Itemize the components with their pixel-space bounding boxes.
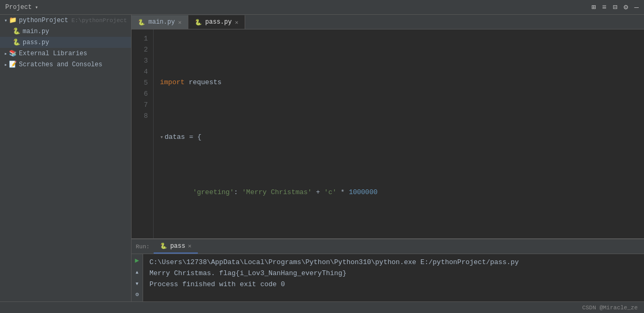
dropdown-icon[interactable]: ▾: [35, 4, 38, 11]
kw-import: import: [160, 77, 185, 88]
align-right-icon[interactable]: ⊟: [613, 3, 617, 12]
chevron-right-icon2: ▸: [4, 62, 7, 68]
tab-passpy[interactable]: 🐍 pass.py ✕: [188, 15, 245, 29]
sidebar-label-passpy: pass.py: [23, 39, 49, 46]
console-process-line: Process finished with exit code 0: [149, 279, 638, 290]
run-label: Run:: [132, 244, 154, 250]
line-num-3: 3: [132, 56, 153, 67]
num-1000000: 1000000: [349, 187, 378, 198]
sidebar-item-scratches[interactable]: ▸ 📝 Scratches and Consoles: [0, 59, 131, 70]
sidebar-item-mainpy[interactable]: 🐍 main.py: [0, 26, 131, 37]
bottom-content: ▶ ▴ ▾ ⚙ ↩ C:\Users\12738\AppData\Local\P…: [132, 254, 644, 301]
fold-marker-2: ▾: [160, 133, 164, 143]
title-bar: Project ▾ ⊞ ≡ ⊟ ⚙ —: [0, 0, 644, 15]
line-num-6: 6: [132, 89, 153, 100]
tab-passpy-icon: 🐍: [195, 19, 202, 26]
file-py-green-icon: 🐍: [13, 38, 21, 46]
scratch-icon: 📝: [9, 60, 17, 68]
title-bar-left: Project ▾: [5, 4, 38, 11]
tab-mainpy-label: main.py: [148, 18, 175, 26]
line-num-1: 1: [132, 34, 153, 45]
grid-icon[interactable]: ⊞: [591, 3, 596, 12]
sidebar-item-pythonproject[interactable]: ▾ 📁 pythonProject E:\pythonProject: [0, 15, 131, 26]
tab-passpy-label: pass.py: [205, 18, 232, 26]
bottom-tab-bar: Run: 🐍 pass ✕: [132, 239, 644, 254]
line-numbers: 1 2 3 4 5 6 7 8: [132, 29, 154, 238]
console-output: C:\Users\12738\AppData\Local\Programs\Py…: [143, 254, 644, 301]
str-merry: 'Merry Christmas': [242, 187, 312, 198]
folder-icon: 📁: [9, 16, 17, 24]
chevron-down-icon: ▾: [4, 17, 7, 24]
settings-button[interactable]: ⚙: [133, 291, 142, 298]
var-requests: requests: [189, 77, 222, 88]
code-line-1: import requests: [160, 77, 638, 88]
line-num-5: 5: [132, 78, 153, 89]
str-c: 'c': [324, 187, 336, 198]
align-left-icon[interactable]: ≡: [602, 3, 606, 12]
watermark: CSDN @Miracle_ze: [582, 305, 638, 311]
line-num-7: 7: [132, 100, 153, 111]
scroll-down-button[interactable]: ▾: [133, 279, 142, 288]
tab-bar: 🐍 main.py ✕ 🐍 pass.py ✕: [132, 15, 644, 29]
main-area: ▾ 📁 pythonProject E:\pythonProject 🐍 mai…: [0, 15, 644, 301]
sidebar-item-external-libraries[interactable]: ▸ 📚 External Libraries: [0, 48, 131, 59]
sidebar-item-passpy[interactable]: 🐍 pass.py: [0, 37, 131, 48]
bottom-tab-pass[interactable]: 🐍 pass ✕: [154, 240, 197, 254]
sidebar-label-scratches: Scratches and Consoles: [19, 61, 102, 68]
bottom-tab-pass-close[interactable]: ✕: [188, 243, 192, 249]
code-line-2: ▾datas = {: [160, 132, 638, 143]
run-button[interactable]: ▶: [133, 256, 142, 265]
var-datas: datas: [165, 132, 185, 143]
sidebar: ▾ 📁 pythonProject E:\pythonProject 🐍 mai…: [0, 15, 132, 301]
chevron-right-icon: ▸: [4, 51, 7, 57]
bottom-panel: Run: 🐍 pass ✕ ▶ ▴ ▾ ⚙ ↩ C:\Users: [132, 238, 644, 301]
editor-area: 🐍 main.py ✕ 🐍 pass.py ✕ 1 2 3 4 5 6 7 8: [132, 15, 644, 301]
title-bar-right: ⊞ ≡ ⊟ ⚙ —: [591, 3, 639, 12]
console-result-line: Merry Christmas. flag{i_Lov3_NanHang_eve…: [149, 268, 638, 279]
minimize-icon[interactable]: —: [635, 3, 639, 12]
project-label[interactable]: Project: [5, 4, 32, 11]
str-greeting: 'greeting': [193, 187, 234, 198]
bottom-tab-pass-icon: 🐍: [160, 243, 167, 249]
sidebar-label-mainpy: main.py: [23, 28, 49, 35]
tab-mainpy-icon: 🐍: [138, 19, 145, 26]
tab-passpy-close[interactable]: ✕: [235, 19, 238, 26]
tab-mainpy-close[interactable]: ✕: [178, 19, 182, 26]
sidebar-label-external: External Libraries: [19, 50, 87, 57]
code-editor[interactable]: 1 2 3 4 5 6 7 8 import requests ▾datas =…: [132, 29, 644, 238]
project-name: pythonProject: [19, 17, 68, 24]
file-py-icon: 🐍: [13, 27, 21, 35]
status-bar: CSDN @Miracle_ze: [0, 301, 644, 313]
line-num-2: 2: [132, 45, 153, 56]
code-content[interactable]: import requests ▾datas = { 'greeting': '…: [154, 29, 644, 238]
scroll-up-button[interactable]: ▴: [133, 268, 142, 276]
gear-icon[interactable]: ⚙: [623, 3, 628, 12]
bottom-tab-pass-label: pass: [170, 243, 185, 250]
line-num-4: 4: [132, 67, 153, 78]
console-cmd-line: C:\Users\12738\AppData\Local\Programs\Py…: [149, 257, 638, 268]
code-line-3: 'greeting': 'Merry Christmas' + 'c' * 10…: [160, 187, 638, 198]
library-icon: 📚: [9, 49, 17, 57]
project-path: E:\pythonProject: [72, 17, 127, 24]
run-controls: ▶ ▴ ▾ ⚙ ↩: [132, 254, 143, 301]
line-num-8: 8: [132, 111, 153, 122]
tab-mainpy[interactable]: 🐍 main.py ✕: [132, 15, 188, 29]
